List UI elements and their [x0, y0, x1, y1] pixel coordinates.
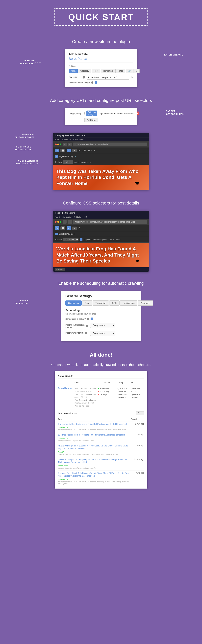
post-crawl-interval-label: Post Crawl Interval i: [65, 330, 89, 334]
browser-nav-1: ← → https://www.boredpanda.com/animals/: [53, 141, 149, 148]
target-checkbox-check-2[interactable]: ✓: [55, 233, 58, 235]
tab-icon2[interactable]: ⚙: [133, 68, 140, 73]
active-sites-label: Active sites (1): [58, 375, 73, 377]
th-today: Today: [118, 381, 131, 384]
recrawling-dot: [98, 391, 99, 392]
category-map-label: Category Map: [68, 112, 83, 115]
browser-toolbar-1: ✎ ⬜ ✓ ▼ article h2 > a: [53, 148, 149, 154]
subtitle-4: Enable the scheduling for automatic craw…: [58, 281, 144, 286]
forward-btn-2[interactable]: →: [68, 220, 72, 224]
post-crawl-interval-select[interactable]: Every minute: [90, 330, 115, 336]
pencil-btn[interactable]: ✎: [55, 149, 59, 152]
site-name: BoredPanda: [69, 57, 133, 62]
url-collection-detail: URL Collection: 1 min ago 13:59 January …: [74, 387, 96, 392]
browser-title-2: Post Title Selectors: [55, 212, 75, 214]
back-btn-1[interactable]: ←: [63, 143, 67, 146]
selector-path-2: h1: [78, 227, 80, 229]
target-html-label: Target HTML Tag :: [58, 155, 74, 158]
post-time-3: 3 mins ago: [131, 458, 144, 460]
post-url-interval-row: Post URL CollectionInterval i Every minu…: [65, 323, 137, 329]
subtitle-5b: You can now track the automatically craw…: [51, 363, 151, 367]
tab-post[interactable]: Post: [92, 68, 100, 73]
tab-post[interactable]: Post: [82, 300, 92, 306]
check-btn[interactable]: ✓: [67, 149, 71, 152]
copy-btn-2[interactable]: ⬜: [60, 226, 65, 230]
site-name-cell: BoredPanda: [58, 387, 74, 390]
post-url-interval-select[interactable]: Every minute: [90, 323, 115, 328]
pencil-btn-2[interactable]: ✎: [55, 226, 59, 230]
tab-icon1[interactable]: 🔗: [126, 68, 133, 73]
post-crawl-detail: Post Crawl: 1 min ago 14:25 January 24, …: [74, 393, 97, 398]
category-map-row: Category Map i Category 1 (35) https://w…: [68, 110, 134, 116]
post-title-3[interactable]: I Asked 30 People Two Simple Questions A…: [58, 458, 131, 464]
dropdown-btn[interactable]: ▼: [72, 149, 77, 152]
test-via-row-1: Test via Both Apply manipulati...: [53, 159, 149, 165]
post-row-4: Japanese Artist Hand-Cuts Octopus From A…: [58, 470, 144, 486]
today-updated: Updated: 0: [118, 393, 131, 396]
settings-label: Settings: [69, 65, 133, 67]
url-bar-1: https://www.boredpanda.com/animals/: [73, 142, 147, 146]
th-last: Last: [74, 381, 104, 384]
post-title-4[interactable]: Japanese Artist Hand-Cuts Octopus From A…: [58, 472, 131, 478]
cursor-hand-2: ☛: [134, 258, 139, 264]
check-btn-2[interactable]: ✓: [67, 226, 71, 230]
scheduling-active-checkbox[interactable]: ✓: [91, 318, 93, 320]
browser-title-1: Category Post URL Selectors: [55, 134, 85, 136]
tab-seo[interactable]: SEO: [109, 300, 119, 306]
crawled-count-input[interactable]: [136, 412, 144, 415]
post-site-1: BoredPanda: [58, 437, 68, 439]
forward-btn-1[interactable]: →: [68, 143, 72, 146]
browser-dots-2: [55, 221, 61, 223]
html-tag-value: a: [75, 155, 76, 158]
post-url-0: boredpanda.com/31, 3024 • https://www.bo…: [58, 429, 131, 431]
tab-templates[interactable]: Templates: [101, 68, 115, 73]
category-section: Add category URLs and configure post URL…: [0, 96, 202, 132]
test-via-dropdown-2[interactable]: JavaScript: [63, 238, 78, 242]
category-delete-btn[interactable]: 🗑: [137, 112, 139, 115]
target-checkbox-check[interactable]: ✓: [55, 155, 58, 158]
click-to-use-annotation: CLICK TO USETHE SELECTOR: [15, 146, 31, 151]
general-settings-title: General Settings: [65, 294, 137, 298]
tab-category[interactable]: Category: [78, 68, 91, 73]
site-url-info-icon: i: [83, 76, 85, 78]
active-label: Active for scheduling?: [69, 81, 90, 84]
add-new-button[interactable]: Add New: [84, 118, 98, 122]
post-site-4: BoredPanda: [58, 478, 68, 480]
site-url-input[interactable]: [87, 75, 129, 80]
browser-nav-2: ← → https://www.boredpanda.com/worlds-lo…: [53, 219, 149, 225]
tab-scheduling[interactable]: Scheduling: [65, 300, 82, 306]
active-checkbox[interactable]: ✓: [95, 81, 97, 84]
crawled-th-saved: Saved: [131, 418, 144, 420]
tab-notes[interactable]: Notes: [115, 68, 125, 73]
crawled-th-post: Post: [58, 418, 131, 420]
all-counts: Queue: 508 Saved: 29 Updated: 0 Deleted:…: [131, 387, 144, 400]
recrawling-status: Recrawling:: [98, 390, 118, 393]
test-via-dropdown[interactable]: Both: [63, 160, 73, 164]
post-url-1: boredpanda.com/... https://www.boredpand…: [58, 440, 131, 442]
today-saved: Saved: 29: [118, 390, 131, 393]
target-html-label-2: Target HTML Tag :: [58, 233, 74, 235]
use-immediate-label: Use immedia...: [109, 238, 122, 241]
post-cell-1: 50 Times People Tried To Recreate Famous…: [58, 434, 131, 442]
back-btn-2[interactable]: ←: [63, 220, 67, 224]
tab-advanced[interactable]: Advanced: [138, 300, 153, 306]
post-crawl-info: i: [85, 332, 87, 334]
animals-tag: Animals: [55, 268, 65, 271]
category-url: https://www.boredpanda.com/animals/: [99, 112, 135, 115]
tab-notifications[interactable]: Notifications: [120, 300, 137, 306]
post-title-1[interactable]: 50 Times People Tried To Recreate Famous…: [58, 434, 131, 436]
tab-main[interactable]: Main: [69, 68, 78, 73]
post-title-0[interactable]: Owners Teach Their Shiba Inu To Paint, S…: [58, 423, 131, 426]
test-via-checkbox-2[interactable]: ✓: [80, 238, 82, 241]
post-url-2: boredpanda.com/... https://www.boredpand…: [58, 454, 131, 456]
dropdown-btn-2[interactable]: ▼: [72, 226, 77, 230]
scheduling-active-label: Scheduling is active?: [65, 318, 86, 320]
post-title-2[interactable]: Artist's Painting Gets Mistaken For A Va…: [58, 444, 131, 450]
tab-translation[interactable]: Translation: [93, 300, 109, 306]
th-active: Active: [104, 381, 118, 384]
table-header: Last Active Today All: [58, 380, 144, 385]
copy-btn[interactable]: ⬜: [60, 149, 65, 152]
activate-scheduling-annotation: ACTIVATESCHEDULING: [20, 59, 35, 65]
target-html-checkbox: ✓ Target HTML Tag : a: [55, 155, 76, 158]
post-url-interval-label: Post URL CollectionInterval i: [65, 323, 89, 329]
